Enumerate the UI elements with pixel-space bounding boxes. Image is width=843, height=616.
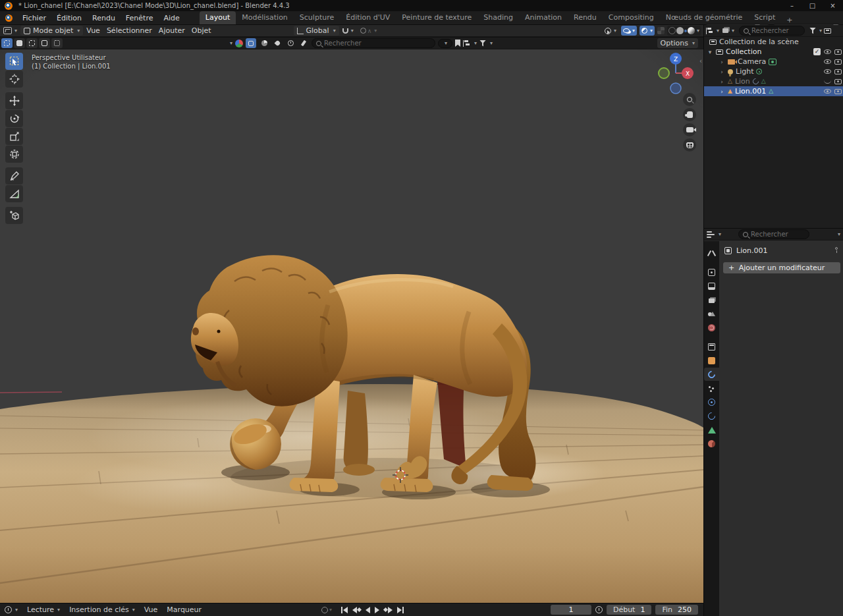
play-button[interactable] [375, 607, 379, 613]
navigation-gizmo[interactable]: Z X [655, 52, 699, 94]
menu-ajouter[interactable]: Ajouter [155, 26, 188, 35]
tab-shading[interactable]: Shading [477, 11, 519, 24]
render-visibility-icon[interactable] [834, 89, 842, 94]
tab-render[interactable] [704, 266, 719, 279]
menu-aide[interactable]: Aide [158, 14, 184, 22]
tab-script[interactable]: Script [748, 11, 781, 24]
tab-modifiers[interactable] [704, 368, 719, 381]
display-mode-drop-button[interactable] [272, 38, 283, 48]
render-visibility-icon[interactable] [834, 49, 842, 55]
tool-measure[interactable] [5, 185, 23, 202]
disclosure-open-icon[interactable]: ▾ [707, 49, 713, 55]
tab-animation[interactable]: Animation [519, 11, 568, 24]
outliner-row-light[interactable]: › Light [704, 67, 843, 76]
snapping-group[interactable]: ▾ [339, 28, 357, 34]
outliner-row-camera[interactable]: › Camera [704, 57, 843, 67]
blender-app-menu[interactable] [0, 14, 17, 22]
bookmark-icon[interactable] [455, 40, 460, 47]
tab-edition-uv[interactable]: Édition d'UV [340, 11, 396, 24]
play-reverse-button[interactable] [366, 607, 370, 613]
display-mode-quarter-button[interactable] [259, 38, 269, 48]
material-sphere-icon[interactable] [235, 40, 243, 47]
menu-insertion-cles[interactable]: Insertion de clés ▾ [65, 605, 140, 614]
tool-cursor[interactable] [5, 70, 23, 88]
show-overlays-toggle[interactable]: ▾ [621, 26, 637, 36]
tab-object-data[interactable] [704, 423, 719, 436]
auto-keyframe-toggle[interactable] [321, 607, 328, 613]
timeline-editor-type[interactable]: ▾ [0, 606, 22, 613]
menu-rendu[interactable]: Rendu [87, 14, 121, 22]
select-mode-invert-button[interactable] [39, 38, 50, 48]
tab-tool[interactable] [704, 246, 719, 260]
chevron-down-icon[interactable]: ▾ [838, 232, 840, 237]
eye-icon[interactable] [824, 49, 831, 54]
gizmo-y-axis[interactable] [659, 68, 669, 78]
chevron-down-icon[interactable]: ▾ [474, 41, 477, 46]
tab-sculpture[interactable]: Sculpture [294, 11, 340, 24]
next-keyframe-button[interactable] [384, 607, 393, 613]
xray-toggle[interactable]: ▾ [639, 26, 655, 36]
menu-marqueur[interactable]: Marqueur [162, 605, 206, 614]
properties-editor-icon[interactable] [707, 231, 715, 238]
filter-icon[interactable] [479, 40, 486, 47]
viewport-3d[interactable]: Perspective Utilisateur (1) Collection |… [0, 49, 703, 603]
outliner-row-lion[interactable]: › △ Lion △ [704, 76, 843, 86]
viewport-canvas[interactable] [0, 49, 703, 603]
frame-start-field[interactable]: Début 1 [607, 605, 652, 615]
tab-material[interactable] [704, 437, 719, 450]
gizmo-minus-z-axis[interactable] [670, 83, 681, 94]
properties-search[interactable] [738, 229, 809, 239]
select-mode-extend-button[interactable] [14, 38, 25, 48]
shading-solid-button[interactable] [676, 27, 684, 34]
tab-compositing[interactable]: Compositing [603, 11, 660, 24]
eye-icon[interactable] [824, 89, 831, 94]
tab-rendu[interactable]: Rendu [568, 11, 603, 24]
properties-search-input[interactable] [751, 231, 805, 238]
zoom-button[interactable] [683, 93, 696, 106]
tab-collection[interactable] [704, 340, 719, 353]
shading-material-preview-button[interactable] [684, 30, 687, 32]
tab-object[interactable] [704, 354, 719, 367]
display-mode-clock-button[interactable] [285, 38, 296, 48]
render-visibility-icon[interactable] [834, 59, 842, 65]
outliner-display-mode-icon[interactable] [706, 28, 713, 34]
tab-peinture-texture[interactable]: Peinture de texture [396, 11, 477, 24]
ortho-toggle-button[interactable] [683, 138, 696, 152]
outliner-filter-icon[interactable] [809, 28, 816, 34]
chevron-down-icon[interactable]: ▾ [230, 41, 232, 46]
menu-objet[interactable]: Objet [188, 26, 215, 35]
current-frame-field[interactable]: 1 [551, 605, 591, 615]
tab-scene[interactable] [704, 307, 719, 320]
tab-world[interactable] [704, 321, 719, 334]
outliner-filter-id-icon[interactable] [722, 28, 728, 33]
tool-scale[interactable] [5, 128, 23, 145]
tab-view-layer[interactable] [704, 293, 719, 306]
tab-noeuds-geometrie[interactable]: Nœuds de géométrie [660, 11, 749, 24]
use-preview-range-icon[interactable] [595, 606, 603, 613]
chevron-down-icon[interactable]: ▾ [490, 41, 493, 46]
import-method-dropdown[interactable]: ▾ [438, 39, 452, 48]
display-mode-preview-button[interactable] [246, 38, 256, 48]
tab-particles[interactable] [704, 381, 719, 395]
outliner-search[interactable] [739, 26, 805, 36]
mode-selector[interactable]: Mode objet ▾ [20, 26, 83, 36]
region-collapse-icon[interactable]: ‹ [699, 57, 702, 65]
display-mode-brush-button[interactable] [298, 38, 309, 48]
menu-vue[interactable]: Vue [83, 26, 103, 35]
tab-output[interactable] [704, 279, 719, 293]
tool-select-box[interactable] [5, 53, 23, 70]
show-gizmo-toggle[interactable]: ▾ [603, 26, 618, 36]
maximize-button[interactable]: □ [802, 0, 823, 11]
tool-move[interactable] [5, 92, 23, 109]
search-input[interactable] [324, 40, 431, 47]
menu-selectionner[interactable]: Sélectionner [103, 26, 155, 35]
pin-id-icon[interactable] [835, 247, 838, 250]
new-collection-icon[interactable] [824, 28, 831, 34]
tool-annotate[interactable] [5, 167, 23, 184]
select-mode-intersect-button[interactable] [51, 38, 63, 48]
camera-view-button[interactable] [683, 123, 696, 136]
menu-fenetre[interactable]: Fenêtre [121, 14, 159, 22]
pan-button[interactable] [683, 108, 696, 121]
frame-end-field[interactable]: Fin 250 [655, 605, 698, 615]
tab-layout[interactable]: Layout [200, 11, 236, 24]
